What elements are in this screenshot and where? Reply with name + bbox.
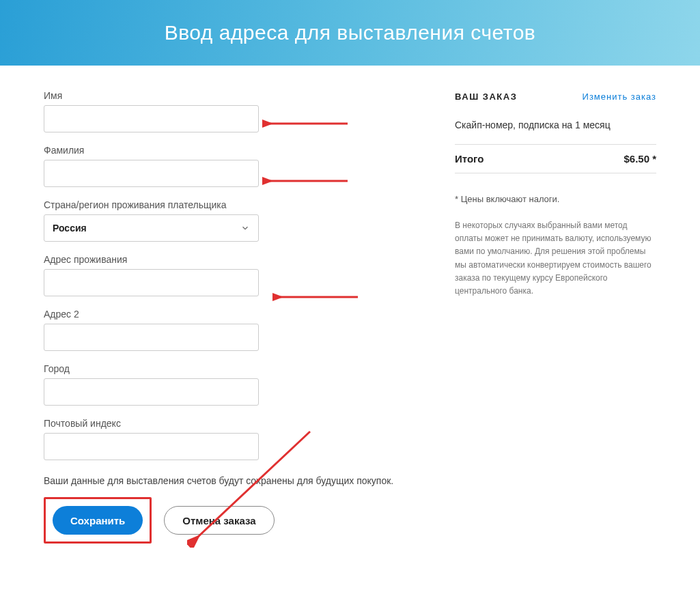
address2-label: Адрес 2 [44, 309, 412, 320]
order-item: Скайп-номер, подписка на 1 месяц [455, 119, 656, 130]
save-button[interactable]: Сохранить [53, 506, 143, 535]
first-name-input[interactable] [44, 105, 259, 132]
postal-input[interactable] [44, 433, 259, 460]
postal-label: Почтовый индекс [44, 418, 412, 429]
content: Имя Фамилия Страна/регион проживания пла… [0, 66, 700, 571]
page-title: Ввод адреса для выставления счетов [165, 21, 536, 44]
button-row: Сохранить Отмена заказа [44, 497, 412, 544]
currency-disclaimer: В некоторых случаях выбранный вами метод… [455, 219, 656, 298]
first-name-label: Имя [44, 90, 412, 101]
address2-input[interactable] [44, 324, 259, 351]
divider [455, 144, 656, 145]
country-label: Страна/регион проживания плательщика [44, 199, 412, 210]
address-label: Адрес проживания [44, 254, 412, 265]
last-name-input[interactable] [44, 160, 259, 187]
chevron-down-icon [240, 223, 250, 233]
billing-form: Имя Фамилия Страна/регион проживания пла… [44, 90, 412, 544]
tax-note: * Цены включают налоги. [455, 194, 656, 204]
highlight-box: Сохранить [44, 497, 152, 544]
address-input[interactable] [44, 269, 259, 296]
order-summary: ВАШ ЗАКАЗ Изменить заказ Скайп-номер, по… [455, 90, 656, 544]
divider [455, 173, 656, 173]
order-heading: ВАШ ЗАКАЗ [455, 91, 517, 102]
save-note: Ваши данные для выставления счетов будут… [44, 475, 412, 486]
country-value: Россия [53, 223, 87, 234]
city-label: Город [44, 363, 412, 374]
city-input[interactable] [44, 378, 259, 406]
cancel-order-button[interactable]: Отмена заказа [164, 506, 274, 535]
order-total-label: Итого [455, 153, 484, 165]
header-banner: Ввод адреса для выставления счетов [0, 0, 700, 66]
country-select[interactable]: Россия [44, 214, 259, 242]
order-total-value: $6.50 * [624, 153, 656, 165]
change-order-link[interactable]: Изменить заказ [583, 91, 656, 102]
last-name-label: Фамилия [44, 145, 412, 156]
